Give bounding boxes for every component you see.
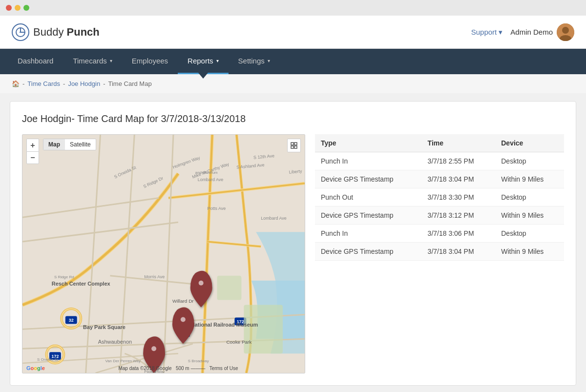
content-row: + − Map Satellite: [22, 134, 564, 373]
cell-time: 3/7/18 3:12 PM: [422, 206, 496, 225]
nav-reports[interactable]: Reports ▾: [178, 49, 229, 74]
cell-type: Device GPS Timestamp: [315, 243, 422, 261]
table-row: Device GPS Timestamp3/7/18 3:12 PMWithin…: [315, 206, 564, 225]
map-type-satellite[interactable]: Satellite: [65, 139, 96, 150]
svg-text:S Broadway: S Broadway: [188, 359, 209, 363]
map-container: + − Map Satellite: [22, 134, 305, 373]
zoom-out-button[interactable]: −: [26, 151, 39, 164]
col-time: Time: [422, 134, 496, 152]
svg-text:Bay Park Square: Bay Park Square: [83, 324, 126, 330]
cell-time: 3/7/18 3:06 PM: [422, 225, 496, 243]
map-zoom-controls: + −: [26, 139, 39, 164]
cell-type: Device GPS Timestamp: [315, 206, 422, 225]
cell-time: 3/7/18 3:04 PM: [422, 243, 496, 261]
table-row: Device GPS Timestamp3/7/18 3:04 PMWithin…: [315, 243, 564, 261]
svg-text:National Railroad Museum: National Railroad Museum: [191, 322, 258, 328]
breadcrumb: 🏠 - Time Cards - Joe Hodgin - Time Card …: [0, 74, 586, 93]
punch-table: Type Time Device Punch In3/7/18 2:55 PMD…: [315, 134, 564, 261]
svg-text:Lombard Ave: Lombard Ave: [261, 216, 287, 221]
svg-text:S Oneida St: S Oneida St: [37, 357, 59, 362]
svg-point-64: [199, 281, 204, 286]
cell-device: Within 9 Miles: [495, 206, 564, 225]
nav-settings[interactable]: Settings ▾: [229, 49, 280, 74]
map-type-toggle: Map Satellite: [43, 139, 96, 150]
top-right: Support ▾ Admin Demo: [471, 23, 574, 41]
logo-text: Buddy Punch: [33, 26, 100, 39]
minimize-dot[interactable]: [15, 5, 21, 11]
svg-point-4: [562, 27, 569, 34]
svg-rect-8: [291, 146, 293, 148]
logo[interactable]: Buddy Punch: [12, 23, 100, 41]
svg-rect-40: [217, 276, 242, 300]
cell-type: Punch Out: [315, 188, 422, 206]
logo-icon: [12, 23, 29, 41]
table-container: Type Time Device Punch In3/7/18 2:55 PMD…: [315, 134, 564, 373]
table-row: Device GPS Timestamp3/7/18 3:04 PMWithin…: [315, 170, 564, 188]
breadcrumb-sep: -: [103, 80, 105, 87]
svg-text:Potts Ave: Potts Ave: [208, 206, 226, 211]
breadcrumb-current: Time Card Map: [108, 80, 152, 87]
close-dot[interactable]: [6, 5, 12, 11]
cell-time: 3/7/18 3:30 PM: [422, 188, 496, 206]
col-type: Type: [315, 134, 422, 152]
map-svg: 172 32 32 172 Res: [22, 135, 305, 373]
title-bar: [0, 0, 586, 16]
table-row: Punch Out3/7/18 3:30 PMDesktop: [315, 188, 564, 206]
map-footer: Map data ©2018 Google 500 m ——— Terms of…: [52, 366, 305, 371]
cell-time: 3/7/18 2:55 PM: [422, 152, 496, 170]
svg-text:Ashwaubenon: Ashwaubenon: [98, 339, 132, 345]
cell-device: Within 9 Miles: [495, 243, 564, 261]
home-icon[interactable]: 🏠: [12, 80, 20, 87]
card-title: Joe Hodgin- Time Card Map for 3/7/2018-3…: [22, 113, 564, 124]
cell-device: Desktop: [495, 225, 564, 243]
svg-text:S Ridge Rd: S Ridge Rd: [54, 275, 74, 279]
svg-text:Cooke Park: Cooke Park: [226, 339, 251, 345]
svg-text:32: 32: [69, 318, 74, 323]
cell-type: Punch In: [315, 225, 422, 243]
nav-employees[interactable]: Employees: [122, 49, 178, 74]
col-device: Device: [495, 134, 564, 152]
cell-device: Desktop: [495, 188, 564, 206]
card: Joe Hodgin- Time Card Map for 3/7/2018-3…: [10, 101, 576, 386]
main-content: Joe Hodgin- Time Card Map for 3/7/2018-3…: [0, 93, 586, 392]
google-logo: Google: [26, 365, 45, 371]
svg-text:and Museum: and Museum: [195, 170, 218, 175]
breadcrumb-timecards[interactable]: Time Cards: [27, 80, 60, 87]
svg-text:Morris Ave: Morris Ave: [144, 274, 165, 279]
table-row: Punch In3/7/18 3:06 PMDesktop: [315, 225, 564, 243]
chevron-down-icon: ▾: [216, 58, 219, 63]
svg-point-0: [16, 28, 25, 37]
map-type-map[interactable]: Map: [43, 139, 65, 150]
breadcrumb-employee[interactable]: Joe Hodgin: [68, 80, 100, 87]
table-row: Punch In3/7/18 2:55 PMDesktop: [315, 152, 564, 170]
breadcrumb-sep: -: [22, 80, 24, 87]
nav-timecards[interactable]: Timecards ▾: [63, 49, 122, 74]
maximize-dot[interactable]: [23, 5, 29, 11]
support-link[interactable]: Support ▾: [471, 28, 503, 37]
svg-rect-6: [291, 143, 293, 145]
svg-point-66: [151, 346, 156, 351]
svg-text:Van Der Perren Way: Van Der Perren Way: [105, 359, 141, 363]
svg-point-65: [181, 317, 186, 322]
svg-text:Resch Center Complex: Resch Center Complex: [52, 281, 110, 287]
nav-bar: Dashboard Timecards ▾ Employees Reports …: [0, 49, 586, 74]
cell-device: Desktop: [495, 152, 564, 170]
breadcrumb-sep: -: [63, 80, 65, 87]
table-header-row: Type Time Device: [315, 134, 564, 152]
chevron-down-icon: ▾: [268, 58, 270, 63]
svg-rect-7: [294, 143, 297, 145]
avatar: [557, 23, 574, 41]
map-expand-button[interactable]: [287, 139, 301, 152]
zoom-in-button[interactable]: +: [26, 139, 39, 151]
nav-dashboard[interactable]: Dashboard: [8, 49, 63, 74]
svg-rect-9: [294, 146, 297, 148]
svg-rect-39: [244, 305, 283, 354]
svg-text:Lombard Ave: Lombard Ave: [198, 177, 224, 182]
cell-time: 3/7/18 3:04 PM: [422, 170, 496, 188]
cell-device: Within 9 Miles: [495, 170, 564, 188]
chevron-down-icon: ▾: [499, 28, 502, 37]
user-info: Admin Demo: [510, 23, 574, 41]
svg-text:Willard Dr: Willard Dr: [172, 298, 194, 304]
cell-type: Punch In: [315, 152, 422, 170]
chevron-down-icon: ▾: [110, 58, 112, 63]
